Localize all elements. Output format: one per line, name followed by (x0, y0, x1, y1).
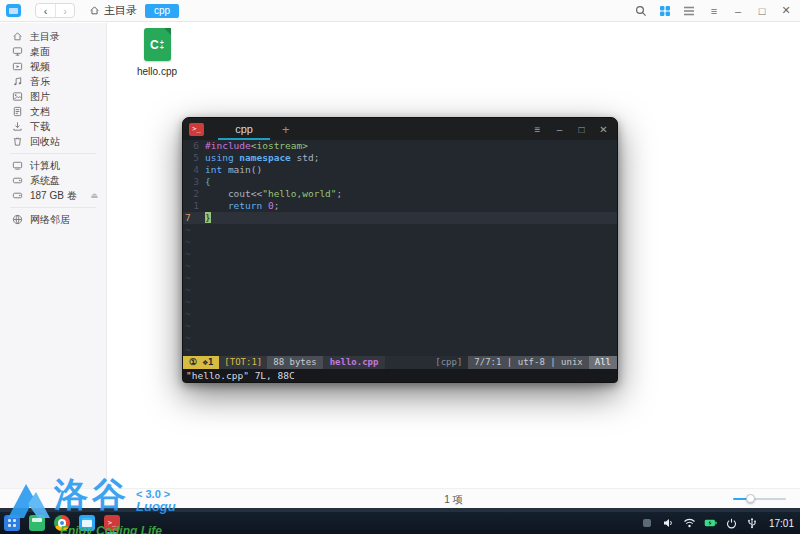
sidebar-item-trash[interactable]: 回收站 (0, 134, 106, 149)
line-number: 3 (183, 176, 205, 188)
statusline-scroll: All (589, 356, 617, 369)
grid-view-icon[interactable] (656, 3, 674, 19)
empty-line: ~ (183, 236, 617, 248)
network-icon (12, 214, 23, 225)
empty-line: ~ (183, 284, 617, 296)
fm-minimize-button[interactable]: – (730, 3, 746, 19)
terminal-dock-icon[interactable]: >_ (104, 515, 120, 531)
taskbar: >_ 17:01 (0, 512, 800, 534)
fm-menu-button[interactable]: ≡ (706, 3, 722, 19)
file-manager-dock-icon[interactable] (79, 515, 95, 531)
computer-icon (12, 160, 23, 171)
sidebar-item-network[interactable]: 网络邻居 (0, 212, 106, 227)
slider-knob[interactable] (746, 494, 755, 503)
breadcrumb-home-label[interactable]: 主目录 (104, 3, 137, 18)
video-icon (12, 61, 23, 72)
vim-statusline: ① ❖1 [TOT:1] 88 bytes hello.cpp [cpp] 7/… (183, 356, 617, 369)
home-icon (12, 31, 23, 42)
tab-active-underline (218, 138, 270, 140)
line-number: 4 (183, 164, 205, 176)
icon-size-slider[interactable] (733, 497, 786, 501)
terminal-maximize-button[interactable]: □ (574, 122, 589, 137)
empty-line: ~ (183, 248, 617, 260)
new-tab-button[interactable]: + (282, 122, 290, 137)
vim-editor[interactable]: 6#include<iostream> 5using namespace std… (183, 140, 617, 356)
code-line: 2 cout<<"hello,world"; (183, 188, 617, 200)
sidebar-item-music[interactable]: 音乐 (0, 74, 106, 89)
statusline-filename: hello.cpp (323, 356, 386, 369)
sidebar-item-pictures[interactable]: 图片 (0, 89, 106, 104)
breadcrumb[interactable]: 主目录 (89, 3, 137, 18)
fm-statusbar: 1 项 (0, 488, 800, 508)
terminal-app-icon: >_ (189, 123, 204, 136)
file-name-label: hello.cpp (137, 66, 177, 77)
wifi-icon[interactable] (683, 517, 696, 530)
terminal-close-button[interactable]: ✕ (596, 122, 611, 137)
terminal-titlebar: >_ cpp + ≡ – □ ✕ (183, 118, 617, 140)
terminal-menu-button[interactable]: ≡ (530, 122, 545, 137)
nav-group: ‹ › (35, 3, 75, 18)
statusline-position: 7/7:1 | utf-8 | unix (468, 356, 588, 369)
list-view-icon[interactable] (680, 3, 698, 19)
document-icon (12, 106, 23, 117)
terminal-tab-cpp[interactable]: cpp (218, 118, 270, 140)
volume-icon[interactable] (662, 517, 675, 530)
code-line: 4int main() (183, 164, 617, 176)
file-manager-app-icon (6, 4, 21, 17)
usb-icon[interactable] (746, 517, 759, 530)
empty-line: ~ (183, 344, 617, 356)
file-manager-toolbar: ‹ › 主目录 cpp ≡ – □ ✕ (0, 0, 800, 22)
disk-icon (12, 175, 23, 186)
empty-line: ~ (183, 224, 617, 236)
back-button[interactable]: ‹ (36, 4, 55, 17)
forward-button[interactable]: › (55, 4, 74, 17)
home-icon (89, 5, 100, 16)
sidebar-item-volume-187gb[interactable]: 187 GB 卷 ⏏ (0, 188, 106, 203)
launcher-icon[interactable] (4, 515, 20, 531)
sidebar-item-documents[interactable]: 文档 (0, 104, 106, 119)
battery-icon[interactable] (704, 517, 717, 530)
sidebar-item-videos[interactable]: 视频 (0, 59, 106, 74)
trash-icon (12, 136, 23, 147)
editor-app-icon[interactable] (29, 515, 45, 531)
sidebar-item-computer[interactable]: 计算机 (0, 158, 106, 173)
power-icon[interactable] (725, 517, 738, 530)
fm-maximize-button[interactable]: □ (754, 3, 770, 19)
empty-line: ~ (183, 272, 617, 284)
empty-line: ~ (183, 332, 617, 344)
statusline-filesize: 88 bytes (267, 356, 322, 369)
item-count: 1 项 (107, 493, 800, 507)
line-number: 2 (183, 188, 205, 200)
eject-icon[interactable]: ⏏ (90, 191, 98, 200)
line-number: 1 (183, 200, 205, 212)
download-icon (12, 121, 23, 132)
terminal-minimize-button[interactable]: – (552, 122, 567, 137)
empty-line: ~ (183, 320, 617, 332)
sidebar-divider (10, 207, 96, 208)
slider-track (750, 498, 786, 500)
sidebar-divider (10, 153, 96, 154)
code-line: 3{ (183, 176, 617, 188)
taskbar-clock[interactable]: 17:01 (769, 518, 794, 529)
sidebar-item-desktop[interactable]: 桌面 (0, 44, 106, 59)
chrome-icon[interactable] (54, 515, 70, 531)
vim-command-line: "hello.cpp" 7L, 88C (183, 369, 617, 382)
file-hello-cpp[interactable]: C + + hello.cpp (129, 28, 185, 77)
statusline-window-segment: ① ❖1 (183, 356, 219, 369)
sidebar-item-downloads[interactable]: 下载 (0, 119, 106, 134)
breadcrumb-tag-cpp[interactable]: cpp (145, 4, 179, 18)
code-line: 6#include<iostream> (183, 140, 617, 152)
picture-icon (12, 91, 23, 102)
line-number: 5 (183, 152, 205, 164)
fm-close-button[interactable]: ✕ (778, 3, 794, 19)
empty-line: ~ (183, 296, 617, 308)
empty-line: ~ (183, 260, 617, 272)
sidebar-item-home[interactable]: 主目录 (0, 29, 106, 44)
search-icon[interactable] (632, 3, 650, 19)
code-line-current: 7} (183, 212, 617, 224)
code-line: 5using namespace std; (183, 152, 617, 164)
sidebar-item-system-disk[interactable]: 系统盘 (0, 173, 106, 188)
input-method-icon[interactable] (641, 517, 654, 530)
statusline-filetype: [cpp] (429, 356, 468, 369)
cpp-file-icon: C + + (144, 28, 171, 61)
